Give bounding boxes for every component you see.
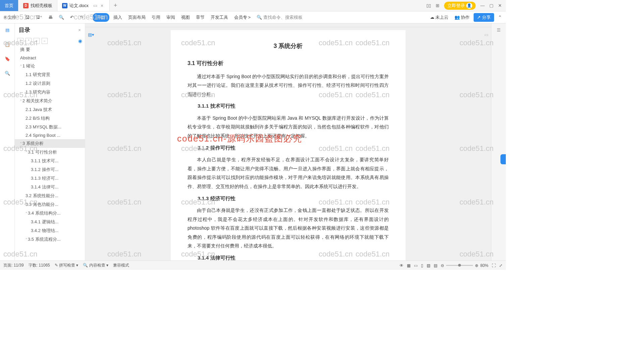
expand-all-icon[interactable]: ˄ [25, 38, 32, 44]
tab-start[interactable]: 开始 [93, 13, 109, 22]
toc-item[interactable]: ˅3 系统分析 [15, 139, 85, 148]
avatar-icon: 👤 [466, 3, 472, 9]
tab-template[interactable]: D找稻壳模板 [18, 0, 57, 11]
view-web-icon[interactable]: ▧ [427, 263, 430, 268]
toc-list: 摘 要Abstract˅1 绪论1.1 研究背景1.2 设计原则1.3 研究内容… [15, 45, 85, 261]
toc-item[interactable]: 3.2 系统性能分... [15, 191, 85, 200]
new-tab-button[interactable]: + [110, 0, 121, 11]
print-icon[interactable]: 🖶 [46, 13, 55, 21]
paragraph: 本人自己就是学生，程序开发经验不足，在界面设计工面不会设计太复杂，要讲究简单好看… [187, 155, 389, 191]
apps-icon[interactable]: ⊞ [436, 3, 439, 8]
zoom-slider[interactable] [446, 265, 473, 266]
right-tool-icon[interactable]: ☰ [497, 27, 501, 33]
heading-3: 3.1 可行性分析 [187, 58, 389, 68]
tab-insert[interactable]: 插入 [111, 13, 124, 22]
tab-ref[interactable]: 引用 [150, 13, 162, 22]
bookmark-icon[interactable]: 🔖 [3, 55, 11, 63]
redo-icon[interactable]: ↷ [78, 13, 86, 21]
side-nav: ▤ 📋 🔖 🔍 [0, 23, 15, 261]
zoom-in-icon[interactable]: ⊕ [475, 263, 478, 268]
toc-item[interactable]: Abstract [15, 54, 85, 62]
view-outline-icon[interactable]: ▤ [434, 263, 437, 268]
tab-review[interactable]: 审阅 [164, 13, 177, 22]
outline-tab-icon[interactable]: ▤ [4, 26, 11, 34]
toc-item[interactable]: ˅1 绪论 [15, 62, 85, 70]
maximize-icon[interactable]: ▢ [489, 3, 493, 8]
collapse-ribbon-icon[interactable]: ⌃ [496, 13, 504, 21]
page-nav-icon[interactable]: ▭ [484, 32, 488, 37]
tab-chapter[interactable]: 章节 [194, 13, 207, 22]
menu-button[interactable]: ≡ 文件˅ [2, 13, 21, 22]
add-icon[interactable]: + [34, 38, 40, 44]
tab-member[interactable]: 会员专> [232, 13, 253, 22]
toc-item[interactable]: 2.1 Java 技术 [15, 105, 85, 114]
cloud-status[interactable]: ☁ 未上云 [428, 13, 450, 22]
fullscreen-icon[interactable]: ⤢ [499, 263, 502, 268]
word-count[interactable]: 字数: 11065 [29, 263, 50, 268]
sync-icon[interactable]: ◉ [78, 38, 82, 44]
tab-home[interactable]: 首页 [0, 0, 18, 11]
collapse-all-icon[interactable]: ˅ [17, 38, 23, 44]
toc-item[interactable]: ˅3.1 可行性分析 [15, 148, 85, 157]
toc-item[interactable]: 3.4.2 物理结... [15, 226, 85, 235]
view-read-icon[interactable]: ▭ [414, 263, 418, 268]
toc-item[interactable]: ˅2 相关技术简介 [15, 97, 85, 105]
zoom-out-icon[interactable]: ⊖ [441, 263, 444, 268]
view-page-icon[interactable]: ▯ [421, 263, 423, 268]
view-eye-icon[interactable]: 👁 [399, 263, 404, 268]
share-button[interactable]: ↗ 分享 [474, 13, 494, 22]
heading-4: 3.1.4 法律可行性 [187, 253, 389, 261]
toc-item[interactable]: ˅3.5 系统流程分... [15, 235, 85, 244]
save-icon[interactable]: 🖫 [23, 13, 32, 21]
page-indicator[interactable]: 页面: 11/39 [3, 263, 24, 268]
undo-icon[interactable]: ↶ [68, 13, 76, 21]
page-thumb-icon[interactable]: ▨▾ [88, 32, 94, 37]
content-check-button[interactable]: 🔍 内容检查 ▾ [83, 263, 108, 268]
toc-item[interactable]: 1.1 研究背景 [15, 70, 85, 79]
toc-item[interactable]: 3.3 角色功能分... [15, 200, 85, 209]
remove-icon[interactable]: − [42, 38, 48, 44]
view-grid-icon[interactable]: ▦ [407, 263, 411, 268]
toc-tools: ˅ ˄ + − ◉ [15, 37, 85, 45]
spellcheck-button[interactable]: ✎ 拼写检查 ▾ [55, 263, 78, 268]
tab-view[interactable]: 视图 [179, 13, 192, 22]
toc-item[interactable]: 3.1.1 技术可... [15, 157, 85, 165]
toc-item[interactable]: 3.4.1 逻辑结... [15, 218, 85, 226]
tab-close-icon[interactable]: × [99, 3, 105, 8]
minimize-icon[interactable]: — [480, 3, 485, 8]
zoom-level[interactable]: 80% [480, 263, 488, 268]
tab-window-icon[interactable]: ▭ [93, 3, 97, 8]
toc-item[interactable]: 3.1.4 法律可... [15, 183, 85, 191]
toc-item[interactable]: 摘 要 [15, 45, 85, 54]
layout-icon[interactable]: ▯▯ [426, 3, 431, 8]
compat-mode[interactable]: 兼容模式 [113, 263, 129, 268]
close-icon[interactable]: ✕ [498, 3, 502, 8]
toc-close-icon[interactable]: × [78, 27, 81, 33]
toc-item[interactable]: ˅3.4 系统结构分... [15, 209, 85, 218]
login-button[interactable]: 立即登录👤 [444, 2, 476, 10]
toc-item[interactable]: 2.4 Spring Boot ... [15, 131, 85, 139]
status-bar: 页面: 11/39 字数: 11065 ✎ 拼写检查 ▾ 🔍 内容检查 ▾ 兼容… [0, 261, 506, 270]
command-search[interactable]: 🔍 查找命令、搜索模板 [255, 13, 305, 22]
toc-item[interactable]: 3.1.3 经济可... [15, 174, 85, 183]
toc-item[interactable]: 1.3 研究内容 [15, 88, 85, 97]
preview-icon[interactable]: 🔍 [57, 13, 66, 21]
right-bar: ☰ [491, 23, 506, 261]
fit-page-icon[interactable]: ⛶ [492, 263, 496, 268]
zoom-control[interactable]: ⊖ ⊕ 80% [441, 263, 488, 268]
tab-document[interactable]: W论文.docx▭× [57, 0, 110, 11]
title-bar: 首页 D找稻壳模板 W论文.docx▭× + ▯▯ ⊞ 立即登录👤 — ▢ ✕ [0, 0, 506, 11]
toc-item[interactable]: 3.1.2 操作可... [15, 165, 85, 174]
toc-item[interactable]: 1.2 设计原则 [15, 79, 85, 88]
template-icon: D [23, 3, 29, 8]
toc-item[interactable]: 2.2 B/S 结构 [15, 114, 85, 123]
tab-layout[interactable]: 页面布局 [126, 13, 148, 22]
toc-item[interactable]: 2.3 MYSQL 数据... [15, 123, 85, 131]
tab-dev[interactable]: 开发工具 [209, 13, 230, 22]
search-icon[interactable]: 🔍 [3, 69, 11, 77]
window-controls: ▯▯ ⊞ 立即登录👤 — ▢ ✕ [422, 0, 506, 11]
clipboard-icon[interactable]: 📋 [3, 41, 11, 48]
coop-button[interactable]: 👥 协作 [452, 13, 472, 22]
saveas-icon[interactable]: 🖫⁺ [34, 13, 44, 21]
side-handle[interactable] [500, 154, 506, 164]
